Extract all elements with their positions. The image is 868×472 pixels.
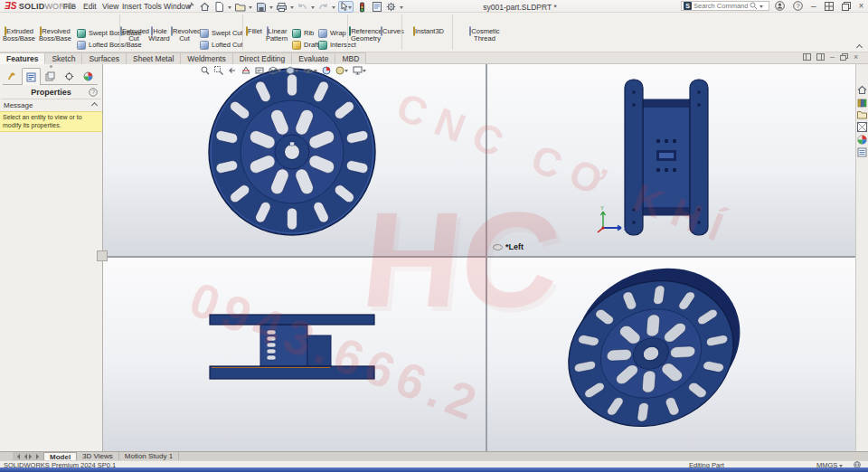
tab-sheet-metal[interactable]: Sheet Metal <box>127 52 181 64</box>
scroll-prev-icon[interactable] <box>22 454 27 459</box>
restore-document-icon[interactable] <box>840 53 848 61</box>
view-palette-icon[interactable] <box>857 122 867 132</box>
viewport-top[interactable]: X *Top <box>103 258 486 452</box>
close-icon[interactable]: × <box>859 2 864 11</box>
zoom-to-fit-icon[interactable] <box>201 66 210 75</box>
instant3d-button[interactable]: Instant3D <box>409 28 448 35</box>
tab-mbd[interactable]: MBD <box>335 52 366 64</box>
view-settings-icon[interactable] <box>353 66 366 75</box>
search-scope-dropdown[interactable] <box>760 5 763 10</box>
hole-wizard-button[interactable]: Hole Wizard <box>146 28 172 42</box>
tab-surfaces[interactable]: Surfaces <box>82 52 127 64</box>
open-dropdown[interactable] <box>249 6 252 11</box>
revolved-cut-button[interactable]: Revolved Cut <box>171 28 198 42</box>
tab-3d-views[interactable]: 3D Views <box>77 452 119 460</box>
extruded-cut-button[interactable]: Extruded Cut <box>120 28 147 42</box>
reference-geometry-button[interactable]: Reference Geometry <box>349 28 382 42</box>
viewport-trimetric[interactable]: Y X *Trimetric <box>487 258 855 452</box>
tab-scroll-buttons[interactable] <box>13 452 43 460</box>
options-gear-icon[interactable] <box>385 2 397 13</box>
undo-dropdown[interactable] <box>311 6 315 11</box>
tab-sketch[interactable]: Sketch <box>45 52 82 64</box>
design-library-icon[interactable] <box>857 98 867 108</box>
zoom-to-area-icon[interactable] <box>214 66 223 75</box>
collapse-ribbon-icon[interactable] <box>856 44 863 51</box>
hide-show-dropdown[interactable] <box>314 70 317 74</box>
dynamic-annotation-views-icon[interactable] <box>255 66 264 75</box>
tab-model[interactable]: Model <box>43 452 77 460</box>
layout-grid-icon[interactable] <box>825 2 834 11</box>
view-orientation-dropdown[interactable] <box>278 70 281 74</box>
appearances-scenes-icon[interactable] <box>857 135 867 145</box>
draft-button[interactable]: Draft <box>292 40 318 50</box>
feature-manager-tab[interactable] <box>3 68 22 85</box>
pin-menubar-icon[interactable] <box>186 2 194 12</box>
search-commands-box[interactable]: S <box>681 1 769 11</box>
panel-help-icon[interactable]: ? <box>89 88 98 97</box>
fillet-button[interactable]: Fillet <box>242 28 266 35</box>
scroll-last-icon[interactable] <box>36 454 42 459</box>
redo-dropdown[interactable] <box>332 6 335 11</box>
search-icon[interactable] <box>750 2 758 10</box>
tab-evaluate[interactable]: Evaluate <box>292 52 335 64</box>
print-dropdown[interactable] <box>290 6 294 11</box>
select-tool-button[interactable] <box>338 1 354 13</box>
options-dropdown[interactable] <box>400 6 403 11</box>
file-properties-icon[interactable] <box>371 2 382 13</box>
hide-show-items-icon[interactable] <box>303 67 317 75</box>
menu-view[interactable]: View <box>100 0 120 13</box>
new-file-dropdown[interactable] <box>228 6 231 11</box>
home-icon[interactable] <box>199 2 211 13</box>
tab-weldments[interactable]: Weldments <box>181 52 232 64</box>
swept-cut-button[interactable]: Swept Cut <box>200 28 243 38</box>
curves-button[interactable]: Curves <box>381 28 401 35</box>
scroll-first-icon[interactable] <box>14 454 20 459</box>
message-section-header[interactable]: Message <box>0 99 102 111</box>
horizontal-viewport-splitter[interactable] <box>103 256 855 258</box>
display-style-dropdown[interactable] <box>295 70 298 74</box>
restore-icon[interactable] <box>842 2 851 11</box>
solidworks-resources-icon[interactable] <box>857 85 867 95</box>
tab-direct-editing[interactable]: Direct Editing <box>233 52 293 64</box>
cosmetic-thread-button[interactable]: Cosmetic Thread <box>463 28 506 42</box>
revolved-boss-base-button[interactable]: Revolved Boss/Base <box>36 28 74 42</box>
tab-motion-study-1[interactable]: Motion Study 1 <box>119 452 179 460</box>
collapse-section-icon[interactable] <box>91 102 98 109</box>
search-input[interactable] <box>693 2 748 10</box>
new-file-icon[interactable] <box>213 2 225 13</box>
dimxpert-manager-tab[interactable] <box>60 68 79 85</box>
scroll-next-icon[interactable] <box>29 454 34 459</box>
property-manager-tab[interactable] <box>22 68 41 85</box>
save-icon[interactable] <box>255 2 267 13</box>
panel-splitter-handle[interactable] <box>97 250 108 261</box>
close-document-icon[interactable]: × <box>854 53 858 61</box>
lofted-cut-button[interactable]: Lofted Cut <box>200 40 243 50</box>
file-explorer-icon[interactable] <box>857 110 867 119</box>
custom-properties-icon[interactable] <box>857 147 867 157</box>
configuration-manager-tab[interactable] <box>41 68 60 85</box>
minimize-icon[interactable]: – <box>811 2 816 11</box>
menu-file[interactable]: File <box>61 0 78 13</box>
previous-view-icon[interactable] <box>228 66 237 75</box>
rib-button[interactable]: Rib <box>292 28 314 38</box>
menu-edit[interactable]: Edit <box>81 0 99 13</box>
redo-icon[interactable] <box>317 2 329 13</box>
display-style-icon[interactable] <box>286 66 298 75</box>
viewport-front[interactable] <box>103 64 486 256</box>
rebuild-traffic-light-icon[interactable] <box>356 2 368 13</box>
menu-insert[interactable]: Insert <box>120 0 143 13</box>
pane-split-left-icon[interactable] <box>803 53 811 61</box>
save-dropdown[interactable] <box>269 6 273 11</box>
edit-appearance-icon[interactable] <box>322 66 331 75</box>
section-view-icon[interactable] <box>241 66 250 75</box>
wrap-button[interactable]: Wrap <box>318 28 346 38</box>
help-icon[interactable]: ? <box>793 1 803 11</box>
select-dropdown[interactable] <box>348 6 352 11</box>
view-settings-dropdown[interactable] <box>363 70 366 74</box>
user-account-icon[interactable] <box>775 1 785 11</box>
apply-scene-icon[interactable] <box>335 66 348 75</box>
extruded-boss-base-button[interactable]: Extruded Boss/Base <box>1 28 37 42</box>
menu-tools[interactable]: Tools <box>142 0 164 13</box>
viewport-left[interactable]: Y Z *Left <box>487 64 855 256</box>
undo-icon[interactable] <box>297 2 308 13</box>
